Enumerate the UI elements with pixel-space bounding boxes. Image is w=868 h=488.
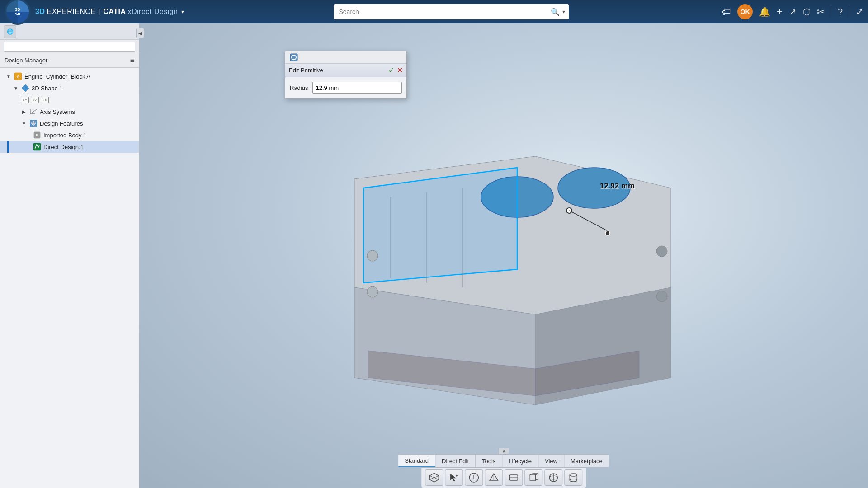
info-tool-btn[interactable]: i [465, 469, 483, 486]
tools-icon[interactable]: ✂ [817, 6, 825, 17]
search-icons: 🔍 ▾ [551, 8, 565, 16]
direct-design-label: Direct Design.1 [43, 144, 84, 150]
box-tool-btn[interactable] [524, 469, 542, 486]
plane-tool-btn[interactable] [485, 469, 503, 486]
module-label: xDirect Design [127, 8, 178, 16]
tags-icon[interactable]: 🏷 [722, 7, 731, 17]
bottom-toolbar: ∧ Standard Direct Edit Tools Lifecycle V… [398, 454, 609, 488]
panel-tab[interactable]: 🌐 [4, 25, 16, 38]
tab-view[interactable]: View [538, 455, 564, 467]
topbar: 3D V,R 3DEXPERIENCE | CATIA xDirect Desi… [0, 0, 868, 23]
search-input[interactable] [334, 4, 569, 19]
dialog-content: Radius [285, 77, 406, 98]
dialog-title: Edit Primitive [289, 67, 323, 74]
panel-header-icon[interactable]: ≡ [130, 56, 134, 65]
expand-icon[interactable]: ⤢ [856, 6, 863, 17]
dialog-titlebar: Edit Primitive ✓ ✕ [285, 64, 406, 77]
tree-toggle-axis[interactable]: ▶ [21, 108, 27, 115]
tree-toggle-df[interactable]: ▼ [21, 120, 27, 127]
svg-marker-18 [363, 168, 517, 283]
tab-lifecycle[interactable]: Lifecycle [502, 455, 538, 467]
svg-text:B: B [36, 133, 38, 137]
tree-toggle-3dshape[interactable]: ▼ [13, 85, 19, 91]
panel-tab-row: 🌐 [0, 23, 139, 40]
notify-icon[interactable]: 🔔 [759, 6, 770, 17]
tree-item-axis-planes: XY YZ ZX [0, 94, 139, 106]
tab-marketplace[interactable]: Marketplace [564, 455, 609, 467]
app-dropdown-arrow[interactable]: ▾ [181, 9, 184, 15]
panel-collapse-btn[interactable]: ◀ [136, 28, 144, 38]
dialog-buttons: ✓ ✕ [388, 66, 403, 75]
axis-plane-xy[interactable]: XY [21, 97, 29, 103]
tree-item-root[interactable]: ▼ A Engine_Cylinder_Block A [0, 70, 139, 82]
imported-body-icon: B [33, 131, 42, 140]
left-panel: ◀ 🌐 Design Manager ≡ ▼ A Engin [0, 23, 139, 488]
engine-model-svg [300, 98, 707, 414]
toolbar-collapse-btn[interactable]: ∧ [498, 448, 509, 454]
add-icon[interactable]: + [777, 6, 783, 18]
collab-icon[interactable]: ⬡ [803, 6, 811, 17]
help-icon[interactable]: ? [838, 7, 843, 17]
compass-inner: 3D V,R [6, 0, 29, 23]
svg-marker-46 [535, 474, 538, 480]
axis-icon [29, 107, 38, 116]
isometric-view-btn[interactable] [425, 469, 443, 486]
tree-item-axis-systems[interactable]: ▶ Axis Systems [0, 106, 139, 117]
panel-search-row [0, 40, 139, 53]
tree-item-imported-body[interactable]: B Imported Body 1 [0, 129, 139, 141]
sphere-tool-btn[interactable] [544, 469, 562, 486]
tab-direct-edit[interactable]: Direct Edit [435, 455, 476, 467]
cylinder-tool-btn[interactable] [564, 469, 582, 486]
tab-standard[interactable]: Standard [398, 455, 435, 467]
panel-header-row: Design Manager ≡ [0, 53, 139, 68]
svg-rect-45 [530, 475, 535, 480]
axis-systems-label: Axis Systems [40, 108, 75, 115]
svg-rect-12 [33, 143, 41, 150]
erase-tool-btn[interactable] [505, 469, 523, 486]
svg-point-24 [367, 250, 378, 261]
toolbar-body: i [421, 467, 586, 488]
design-features-label: Design Features [40, 120, 83, 127]
topbar-divider [831, 5, 831, 18]
svg-text:i: i [473, 474, 474, 481]
panel-header-title: Design Manager [5, 57, 47, 64]
search-icon[interactable]: 🔍 [551, 8, 560, 16]
tree-item-3dshape[interactable]: ▼ 3D Shape 1 [0, 82, 139, 94]
panel-search-input[interactable] [4, 42, 135, 52]
edit-primitive-dialog: Edit Primitive ✓ ✕ Radius [285, 51, 407, 99]
svg-point-27 [656, 291, 667, 302]
compass-logo[interactable]: 3D V,R [5, 0, 31, 25]
3dshape-icon [21, 84, 30, 93]
select-tool-btn[interactable] [445, 469, 463, 486]
tree-item-direct-design[interactable]: Direct Design.1 [0, 141, 139, 153]
radius-input[interactable] [312, 82, 402, 94]
tree-container: ▼ A Engine_Cylinder_Block A ▼ [0, 68, 139, 488]
radius-label: Radius [290, 84, 308, 91]
app-title: 3DEXPERIENCE | CATIA xDirect Design ▾ [35, 8, 184, 16]
toolbar-tabs: Standard Direct Edit Tools Lifecycle Vie… [398, 454, 609, 467]
design-features-icon [29, 119, 38, 128]
dialog-cancel-btn[interactable]: ✕ [397, 66, 403, 75]
svg-text:A: A [17, 75, 20, 79]
topbar-divider2 [849, 5, 849, 18]
imported-body-label: Imported Body 1 [43, 132, 86, 139]
search-dropdown-icon[interactable]: ▾ [562, 9, 565, 15]
dialog-icon-row [285, 51, 406, 64]
dialog-ok-btn[interactable]: ✓ [388, 66, 394, 75]
tree-item-design-features[interactable]: ▼ Design Features [0, 117, 139, 129]
topbar-right: 🏷 OK 🔔 + ↗ ⬡ ✂ ? ⤢ [722, 4, 863, 19]
svg-point-26 [656, 246, 667, 257]
share-icon[interactable]: ↗ [789, 6, 797, 17]
root-label: Engine_Cylinder_Block A [24, 73, 90, 80]
axis-plane-yz[interactable]: YZ [31, 97, 39, 103]
brand-label: 3D [35, 8, 45, 16]
tab-tools[interactable]: Tools [476, 455, 502, 467]
main-layout: ◀ 🌐 Design Manager ≡ ▼ A Engin [0, 23, 868, 488]
user-avatar[interactable]: OK [737, 4, 753, 19]
tree-toggle-root[interactable]: ▼ [5, 73, 12, 80]
model-area[interactable]: 12.92 mm [139, 23, 868, 488]
axis-plane-zx[interactable]: ZX [41, 97, 49, 103]
svg-point-30 [605, 231, 610, 235]
direct-design-icon [33, 142, 42, 151]
3dshape-label: 3D Shape 1 [32, 85, 63, 92]
